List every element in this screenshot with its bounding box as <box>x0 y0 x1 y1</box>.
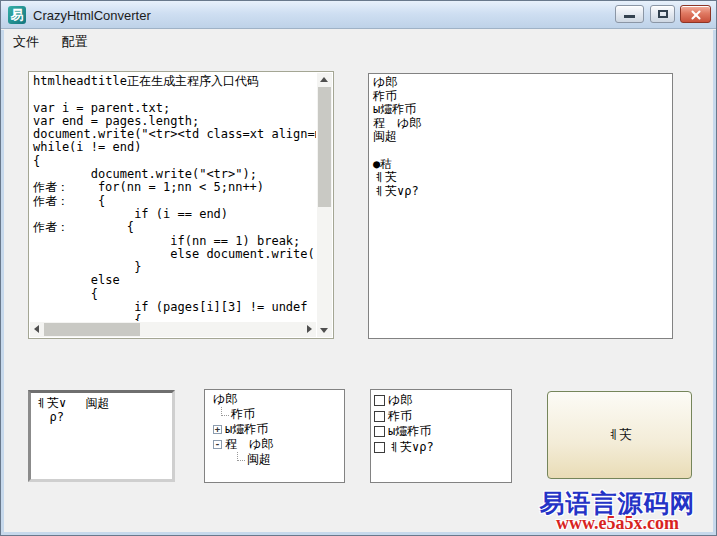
scroll-left-icon[interactable] <box>34 325 39 333</box>
client-area: 文件 配置 htmlheadtitle正在生成主程序入口代码 var i = p… <box>4 30 713 532</box>
vertical-scrollbar[interactable] <box>317 73 332 337</box>
checkbox[interactable] <box>374 426 385 437</box>
output-line: ㅖ芖∨ρ? <box>373 185 668 199</box>
checkbox-row[interactable]: ゆ郎 <box>374 393 508 409</box>
code-line: if (pages[i][3] != undef <box>33 301 316 314</box>
code-line: else <box>33 274 316 287</box>
code-line: document.write("<tr>"); <box>33 168 316 181</box>
code-line: if(nn == 1) break; <box>33 235 316 248</box>
tree-node-label: ゆ郎 <box>213 392 237 406</box>
minimize-button[interactable] <box>615 5 644 23</box>
scroll-up-icon[interactable] <box>320 77 328 82</box>
title-bar[interactable]: 易 CrazyHtmlConverter <box>1 1 716 29</box>
code-line: document.write("<tr><td class=xt align=m… <box>33 128 316 141</box>
tree-node[interactable]: 秨币 <box>207 407 342 422</box>
code-line: htmlheadtitle正在生成主程序入口代码 <box>33 75 316 88</box>
checkbox[interactable] <box>374 395 385 406</box>
menu-bar: 文件 配置 <box>4 30 713 51</box>
code-editor[interactable]: htmlheadtitle正在生成主程序入口代码 var i = parent.… <box>28 71 334 339</box>
tree-node-label: 程 ゆ郎 <box>225 437 273 451</box>
output-line: ゆ郎 <box>373 76 668 90</box>
scroll-down-icon[interactable] <box>320 328 328 333</box>
code-line: { <box>33 288 316 301</box>
checkbox-list[interactable]: ゆ郎 秨币 ы爧秨币 ㅖ芖∨ρ? <box>370 389 512 483</box>
close-button[interactable] <box>680 5 711 23</box>
code-line: var end = pages.length; <box>33 115 316 128</box>
tree-view[interactable]: ゆ郎 秨币 +ы爧秨币 -程 ゆ郎 闽超 <box>204 389 345 483</box>
tree-node-label: 闽超 <box>247 452 271 466</box>
horizontal-scrollbar[interactable] <box>30 322 316 337</box>
maximize-icon <box>658 10 668 18</box>
preview-listbox[interactable]: ㅖ芖∨ 闽超 ρ? <box>28 390 175 482</box>
expand-icon[interactable]: + <box>213 425 222 434</box>
tree-node-expanded[interactable]: -程 ゆ郎 <box>207 437 342 452</box>
menu-file[interactable]: 文件 <box>4 30 48 54</box>
app-logo-icon: 易 <box>8 6 26 24</box>
code-line: 作者： { <box>33 221 316 234</box>
code-line: else document.write("<td <box>33 248 316 261</box>
watermark-site-url: www.e5a5x.com <box>520 513 715 534</box>
checkbox-row[interactable]: 秨币 <box>374 409 508 425</box>
tree-node-root[interactable]: ゆ郎 <box>207 392 342 407</box>
checkbox-label: 秨币 <box>388 409 412 423</box>
code-line: } <box>33 261 316 274</box>
maximize-button[interactable] <box>650 5 675 23</box>
checkbox-row[interactable]: ㅖ芖∨ρ? <box>374 440 508 456</box>
code-line: var i = parent.txt; <box>33 102 316 115</box>
output-line: 秨币 <box>373 90 668 104</box>
tree-node-label: 秨币 <box>231 407 255 421</box>
checkbox[interactable] <box>374 411 385 422</box>
code-line: while(i != end) <box>33 141 316 154</box>
output-line: ы爧秨币 <box>373 103 668 117</box>
convert-button[interactable]: ㅖ芖 <box>547 391 692 479</box>
window-title: CrazyHtmlConverter <box>33 8 151 23</box>
app-window: 易 CrazyHtmlConverter 文件 配置 htmlheadtitle… <box>0 0 717 536</box>
tree-connector <box>221 407 229 416</box>
output-line <box>373 144 668 158</box>
menu-config[interactable]: 配置 <box>52 30 96 54</box>
preview-line: ㅖ芖∨ 闽超 <box>35 396 168 410</box>
checkbox[interactable] <box>374 442 385 453</box>
scroll-right-icon[interactable] <box>307 325 312 333</box>
code-line: 作者： { <box>33 195 316 208</box>
window-frame: 文件 配置 htmlheadtitle正在生成主程序入口代码 var i = p… <box>1 30 716 535</box>
tree-node-label: ы爧秨币 <box>225 422 268 436</box>
code-line <box>33 88 316 101</box>
output-line: 闽超 <box>373 130 668 144</box>
tree-connector <box>237 452 245 461</box>
checkbox-label: ы爧秨币 <box>388 424 431 438</box>
output-line: 程 ゆ郎 <box>373 117 668 131</box>
minimize-icon <box>624 15 635 18</box>
checkbox-label: ㅖ芖∨ρ? <box>388 440 434 454</box>
output-panel[interactable]: ゆ郎 秨币 ы爧秨币 程 ゆ郎 闽超 ●秸 ㅖ芖 ㅖ芖∨ρ? <box>368 73 673 339</box>
collapse-icon[interactable]: - <box>213 440 222 449</box>
code-line: if (i == end) <box>33 208 316 221</box>
checkbox-label: ゆ郎 <box>388 393 412 407</box>
output-line: ●秸 <box>373 158 668 172</box>
horizontal-scroll-thumb[interactable] <box>44 323 140 336</box>
code-line: { <box>33 314 316 321</box>
code-line: { <box>33 155 316 168</box>
preview-line: ρ? <box>35 410 168 424</box>
output-line: ㅖ芖 <box>373 171 668 185</box>
tree-node[interactable]: 闽超 <box>207 452 342 467</box>
code-text[interactable]: htmlheadtitle正在生成主程序入口代码 var i = parent.… <box>29 72 316 321</box>
checkbox-row[interactable]: ы爧秨币 <box>374 424 508 440</box>
tree-node-collapsed[interactable]: +ы爧秨币 <box>207 422 342 437</box>
code-line: 作者： for(nn = 1;nn < 5;nn++) <box>33 181 316 194</box>
vertical-scroll-thumb[interactable] <box>318 87 331 207</box>
